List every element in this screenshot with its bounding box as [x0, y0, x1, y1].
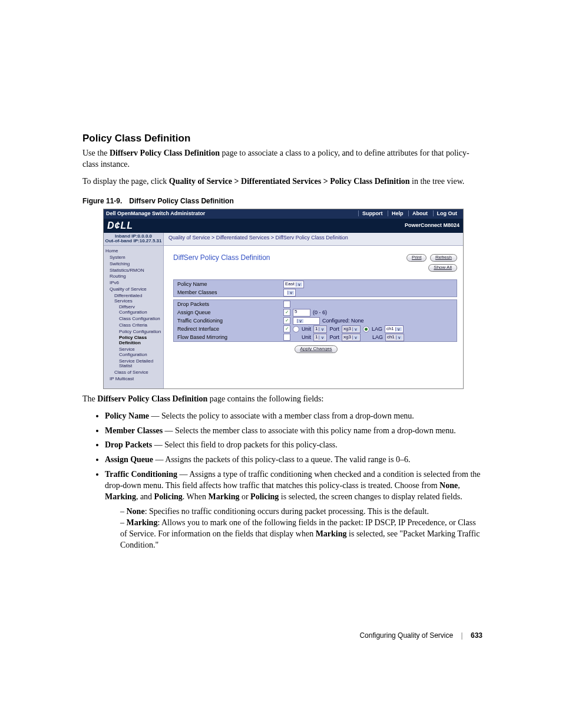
member-classes-select[interactable]: v	[283, 289, 296, 297]
mirror-unit-select[interactable]: 1v	[313, 334, 327, 341]
label-unit: Unit	[302, 327, 311, 332]
label-flow-mirroring: Flow Based Mirroring	[174, 335, 283, 341]
figure-caption: Figure 11-9.Diffserv Policy Class Defini…	[82, 197, 482, 205]
app-screenshot: Dell OpenManage Switch Administrator Sup…	[103, 209, 464, 389]
tree-item[interactable]: IP Multicast	[105, 376, 162, 383]
figure-title: Diffserv Policy Class Definition	[129, 197, 233, 205]
tree-item[interactable]: Quality of Service	[105, 286, 162, 293]
figure-number: Figure 11-9.	[82, 197, 122, 205]
label-drop-packets: Drop Packets	[174, 302, 283, 308]
redirect-lag-select[interactable]: ch1v	[385, 325, 404, 333]
tree-item[interactable]: Home	[105, 248, 162, 255]
tree-item[interactable]: Statistics/RMON	[105, 268, 162, 274]
tree-item[interactable]: Policy Class Definition	[105, 335, 162, 347]
label-redirect-interface: Redirect Interface	[174, 327, 283, 332]
bold-text: Quality of Service > Differentiated Serv…	[169, 177, 410, 186]
tree-item[interactable]: Service Detailed Statist	[105, 358, 162, 370]
chapter-title: Configuring Quality of Service	[359, 631, 453, 640]
policy-name-select[interactable]: Eastv	[283, 281, 304, 288]
tree-item[interactable]: Routing	[105, 274, 162, 280]
nav-about[interactable]: About	[408, 210, 431, 216]
tree-item[interactable]: IPv6	[105, 280, 162, 286]
nav-logout[interactable]: Log Out	[433, 210, 461, 216]
label-policy-name: Policy Name	[174, 282, 283, 288]
tree-item[interactable]: Diffserv Configuration	[105, 304, 162, 316]
list-item: Member Classes — Selects the member clas…	[105, 426, 482, 437]
list-item: Assign Queue — Assigns the packets of th…	[105, 454, 482, 466]
label-member-classes: Member Classes	[174, 290, 283, 296]
drop-packets-checkbox[interactable]	[283, 301, 290, 308]
tree-item[interactable]: Switching	[105, 261, 162, 268]
refresh-button[interactable]: Refresh	[430, 254, 457, 262]
sublist-item: None: Specifies no traffic conditioning …	[120, 506, 482, 518]
traffic-conditioning-status: Configured: None	[322, 318, 364, 324]
navigation-tree[interactable]: HomeSystemSwitchingStatistics/RMONRoutin…	[104, 246, 164, 388]
redirect-unit-radio[interactable]	[293, 326, 299, 332]
footer-separator: |	[461, 631, 463, 640]
nav-support[interactable]: Support	[358, 210, 386, 216]
traffic-conditioning-checkbox[interactable]: ✓	[283, 317, 290, 324]
ip-info: Inband IP:0.0.0.0 Out-of-band IP:10.27.5…	[104, 233, 164, 246]
label-lag: LAG	[372, 335, 383, 341]
bold-text: Diffserv Policy Class Definition	[97, 394, 207, 403]
page-footer: Configuring Quality of Service | 633	[359, 631, 482, 640]
traffic-conditioning-select[interactable]: v	[293, 317, 320, 325]
tree-item[interactable]: Differentiated Services	[105, 293, 162, 305]
section-heading: Policy Class Definition	[82, 133, 482, 144]
fields-list: Policy Name — Selects the policy to asso…	[82, 411, 482, 551]
tree-item[interactable]: Service Configuration	[105, 347, 162, 358]
page-number: 633	[471, 631, 482, 640]
assign-queue-input[interactable]: 5	[293, 309, 310, 317]
dell-logo: D¢LL	[107, 220, 133, 231]
text: Use the	[82, 149, 110, 157]
tree-item[interactable]: Policy Configuration	[105, 329, 162, 335]
panel-actions: Drop Packets Assign Queue ✓ 5 (0 - 6) Tr…	[173, 299, 457, 342]
label-traffic-conditioning: Traffic Conditioning	[174, 318, 283, 324]
tree-item[interactable]: Class Configuration	[105, 316, 162, 322]
redirect-port-select[interactable]: xg3v	[342, 325, 361, 333]
mirror-port-select[interactable]: xg3v	[342, 334, 361, 341]
label-lag: LAG	[372, 327, 382, 332]
assign-queue-range: (0 - 6)	[313, 310, 327, 316]
flow-mirroring-checkbox[interactable]	[283, 334, 290, 341]
window-titlebar: Dell OpenManage Switch Administrator Sup…	[104, 209, 463, 219]
product-name: PowerConnect M8024	[405, 223, 459, 229]
tree-item[interactable]: System	[105, 255, 162, 261]
list-item: Drop Packets — Select this field to drop…	[105, 440, 482, 451]
intro-paragraph-2: To display the page, click Quality of Se…	[82, 176, 482, 187]
bold-text: Diffserv Policy Class Definition	[110, 149, 220, 157]
print-button[interactable]: Print	[406, 254, 427, 262]
panel-policy: Policy Name Eastv Member Classes v	[173, 279, 457, 297]
tree-item[interactable]: Class of Service	[105, 370, 162, 376]
fields-intro: The Diffserv Policy Class Definition pag…	[82, 394, 482, 405]
text: page contains the following fields:	[207, 394, 323, 403]
intro-paragraph-1: Use the Diffserv Policy Class Definition…	[82, 148, 482, 170]
label-port: Port	[329, 327, 339, 332]
redirect-lag-radio[interactable]	[363, 326, 369, 332]
label-port: Port	[329, 335, 339, 341]
nav-help[interactable]: Help	[388, 210, 407, 216]
outofband-ip: Out-of-band IP:10.27.5.31	[105, 239, 162, 244]
apply-changes-button[interactable]: Apply Changes	[295, 345, 337, 353]
breadcrumb: Quality of Service > Differentiated Serv…	[164, 233, 463, 246]
top-navigation: Support Help About Log Out	[358, 211, 461, 217]
label-unit: Unit	[302, 335, 311, 341]
text: To display the page, click	[82, 177, 169, 186]
sublist-item: Marking: Allows you to mark one of the f…	[120, 518, 482, 551]
tree-item[interactable]: Class Criteria	[105, 322, 162, 329]
text: in the tree view.	[410, 177, 465, 186]
list-item: Policy Name — Selects the policy to asso…	[105, 411, 482, 422]
label-assign-queue: Assign Queue	[174, 310, 283, 316]
brand-bar: D¢LL PowerConnect M8024	[104, 219, 463, 233]
list-item: Traffic Conditioning — Assigns a type of…	[105, 469, 482, 551]
text: The	[82, 394, 97, 403]
redirect-interface-checkbox[interactable]: ✓	[283, 325, 290, 332]
redirect-unit-select[interactable]: 1v	[313, 325, 327, 333]
show-all-button[interactable]: Show All	[428, 264, 457, 272]
assign-queue-checkbox[interactable]: ✓	[283, 309, 290, 316]
main-content: Print Refresh DiffServ Policy Class Defi…	[164, 246, 463, 388]
window-title: Dell OpenManage Switch Administrator	[106, 211, 358, 217]
mirror-lag-select[interactable]: ch1v	[385, 334, 404, 341]
